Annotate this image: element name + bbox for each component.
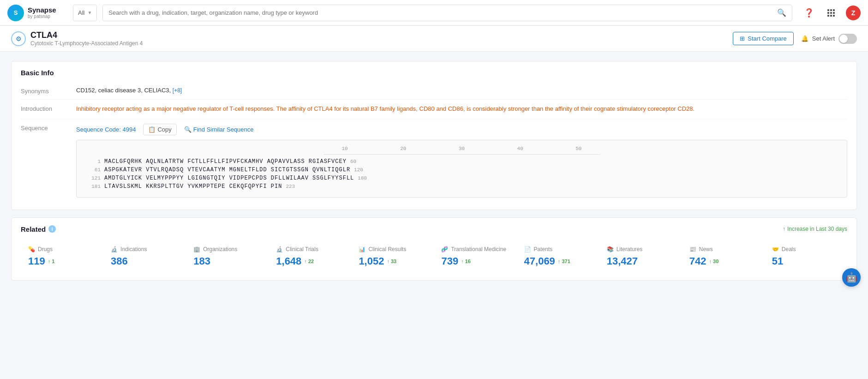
ruler-40: 40	[517, 146, 523, 151]
target-subtitle: Cytotoxic T-Lymphocyte-Associated Antige…	[30, 40, 143, 47]
basic-info-table: Synonyms CD152, celiac disease 3, CELIAC…	[12, 77, 856, 210]
clinical-results-increase: ↑ 33	[387, 259, 396, 264]
introduction-text: Inhibitory receptor acting as a major ne…	[76, 105, 694, 112]
search-filter-dropdown[interactable]: All ▼	[73, 5, 97, 21]
clinical-trials-label: Clinical Trials	[286, 246, 318, 253]
drugs-increase: ↑ 1	[48, 259, 55, 264]
drugs-label: Drugs	[38, 246, 53, 253]
indications-label: Indications	[120, 246, 147, 253]
target-title: CTLA4	[30, 30, 143, 40]
alert-toggle[interactable]	[838, 34, 857, 44]
top-navigation: S Synapse by patsnap All ▼ 🔍 ❓ Z	[0, 0, 868, 26]
arrow-up-icon: ↑	[783, 226, 785, 232]
indications-count: 386	[111, 255, 128, 267]
related-item-deals[interactable]: 🤝 Deals 51	[765, 241, 847, 273]
related-section: Related i ↑ Increase in Last 30 days 💊 D…	[11, 217, 857, 281]
introduction-label[interactable]: Introduction	[21, 104, 76, 112]
copy-icon: 📋	[148, 126, 156, 133]
news-icon: 📰	[689, 246, 696, 253]
related-item-literatures[interactable]: 📚 Literatures 13,427	[599, 241, 682, 273]
help-icon[interactable]: ❓	[802, 6, 816, 20]
organizations-icon: 🏢	[193, 246, 200, 253]
brand-sub: by patsnap	[28, 14, 56, 19]
seq-line-4: 181 LTAVSLSKML KKRSPLTTGV YVKMPPTEPE CEK…	[82, 183, 841, 190]
related-item-news[interactable]: 📰 News 742 ↑ 30	[682, 241, 765, 273]
target-info: ⚙ CTLA4 Cytotoxic T-Lymphocyte-Associate…	[11, 30, 143, 47]
related-item-translational[interactable]: 🧬 Translational Medicine 739 ↑ 16	[434, 241, 516, 273]
synonyms-value: CD152, celiac disease 3, CELIAC3, [+8]	[76, 87, 847, 94]
literatures-label: Literatures	[617, 246, 643, 253]
sequence-code[interactable]: Sequence Code: 4994	[76, 126, 136, 133]
main-content: Basic Info Synonyms CD152, celiac diseas…	[0, 52, 868, 297]
seq-line-1: 1 MACLGFQRHK AQLNLATRTW FCTLLFFLLFIPVFCK…	[82, 158, 841, 165]
translational-label: Translational Medicine	[451, 246, 506, 253]
translational-increase: ↑ 16	[461, 259, 471, 264]
find-similar-icon: 🔍	[184, 126, 192, 133]
ruler-30: 30	[459, 146, 465, 151]
set-alert-area: 🔔 Set Alert	[801, 34, 857, 44]
chevron-down-icon: ▼	[87, 10, 92, 15]
find-similar-button[interactable]: 🔍 Find Similar Sequence	[184, 126, 254, 133]
translational-icon: 🧬	[441, 246, 448, 253]
brand-name: Synapse	[28, 6, 56, 14]
ruler-20: 20	[400, 146, 406, 151]
ai-assistant-button[interactable]: 🤖	[842, 268, 861, 287]
related-title: Related i	[21, 225, 56, 233]
start-compare-button[interactable]: ⊞ Start Compare	[733, 32, 794, 45]
related-grid: 💊 Drugs 119 ↑ 1 🔬 Indications 386	[12, 233, 856, 280]
related-item-patents[interactable]: 📄 Patents 47,069 ↑ 371	[517, 241, 599, 273]
basic-info-section: Basic Info Synonyms CD152, celiac diseas…	[11, 61, 857, 210]
patents-icon: 📄	[524, 246, 531, 253]
sequence-content: Sequence Code: 4994 📋 Copy 🔍 Find Simila…	[76, 124, 847, 198]
user-avatar[interactable]: Z	[846, 6, 861, 20]
news-label: News	[699, 246, 713, 253]
literatures-count: 13,427	[607, 255, 638, 267]
organizations-label: Organizations	[203, 246, 237, 253]
search-input[interactable]	[108, 9, 773, 16]
copy-button[interactable]: 📋 Copy	[143, 124, 176, 135]
introduction-value: Inhibitory receptor acting as a major ne…	[76, 104, 847, 114]
related-label: Related	[21, 225, 46, 233]
seq-line-3: 121 AMDTGLYICK VELMYPPPYY LGIGNGTQIY VID…	[82, 175, 841, 181]
patents-increase: ↑ 371	[558, 259, 570, 264]
related-header: Related i ↑ Increase in Last 30 days	[12, 218, 856, 233]
deals-icon: 🤝	[772, 246, 779, 253]
synonyms-text: CD152, celiac disease 3, CELIAC3,	[76, 87, 171, 94]
seq-line-2: 61 ASPGKATEVR VTVLRQADSQ VTEVCAATYM MGNE…	[82, 167, 841, 173]
clinical-results-label: Clinical Results	[368, 246, 406, 253]
set-alert-label: Set Alert	[812, 35, 835, 42]
related-item-organizations[interactable]: 🏢 Organizations 183	[186, 241, 269, 273]
copy-label: Copy	[157, 126, 171, 133]
synonyms-row: Synonyms CD152, celiac disease 3, CELIAC…	[21, 82, 847, 100]
sequence-header: Sequence Code: 4994 📋 Copy 🔍 Find Simila…	[76, 124, 847, 135]
translational-count: 739	[441, 255, 458, 267]
related-item-clinical-results[interactable]: 📊 Clinical Results 1,052 ↑ 33	[351, 241, 434, 273]
sequence-box: 10 20 30 40 50 1 MACLGFQRHK AQLNLATRTW F…	[76, 140, 847, 198]
related-item-drugs[interactable]: 💊 Drugs 119 ↑ 1	[21, 241, 103, 273]
related-info-icon[interactable]: i	[48, 225, 56, 233]
patents-count: 47,069	[524, 255, 555, 267]
clinical-trials-increase: ↑ 22	[304, 259, 314, 264]
clinical-trials-count: 1,648	[276, 255, 301, 267]
search-bar[interactable]: 🔍	[102, 5, 792, 21]
logo-icon: S	[7, 5, 24, 21]
synonyms-label: Synonyms	[21, 87, 76, 95]
sequence-row: Sequence Sequence Code: 4994 📋 Copy 🔍 Fi…	[21, 119, 847, 202]
sequence-ruler: 10 20 30 40 50	[323, 146, 600, 155]
search-filter-label: All	[78, 9, 84, 16]
news-increase: ↑ 30	[709, 259, 718, 264]
drugs-icon: 💊	[28, 246, 35, 253]
related-item-indications[interactable]: 🔬 Indications 386	[103, 241, 186, 273]
search-icon[interactable]: 🔍	[777, 8, 786, 17]
synonyms-more-badge[interactable]: [+8]	[173, 87, 182, 94]
news-count: 742	[689, 255, 706, 267]
introduction-row: Introduction Inhibitory receptor acting …	[21, 100, 847, 119]
logo[interactable]: S Synapse by patsnap	[7, 5, 67, 21]
compare-btn-label: Start Compare	[748, 35, 787, 42]
target-title-group: CTLA4 Cytotoxic T-Lymphocyte-Associated …	[30, 30, 143, 47]
indications-icon: 🔬	[111, 246, 118, 253]
drugs-count: 119	[28, 255, 45, 267]
apps-icon[interactable]	[824, 6, 838, 20]
clinical-results-icon: 📊	[359, 246, 365, 253]
related-item-clinical-trials[interactable]: 🔬 Clinical Trials 1,648 ↑ 22	[269, 241, 351, 273]
